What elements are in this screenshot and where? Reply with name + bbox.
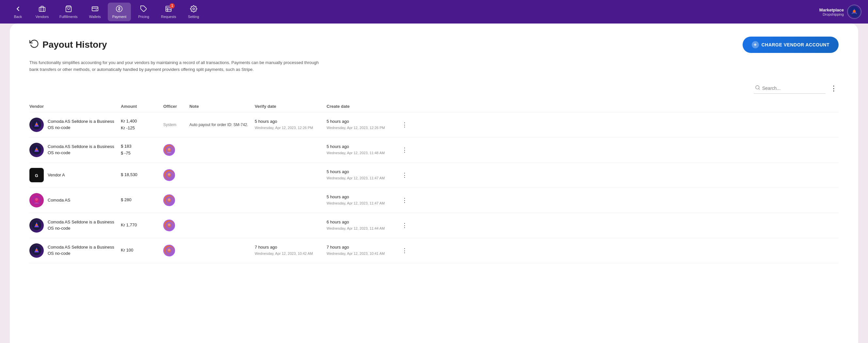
nav-label-requests: Requests <box>161 15 176 19</box>
verify-date: 7 hours ago Wednesday, Apr 12, 2023, 10:… <box>255 244 327 256</box>
svg-point-20 <box>168 148 170 151</box>
vendor-cell: G Vendor A <box>29 168 121 182</box>
amount-cell: $ 280 <box>121 197 163 204</box>
page-header: Payout History + CHARGE VENDOR ACCOUNT <box>29 37 839 53</box>
amount-cell: Kr 1,400 Kr -125 <box>121 118 163 132</box>
page-title-wrap: Payout History <box>29 39 107 51</box>
vendors-icon <box>38 5 46 13</box>
vendor-name: Comoda AS Selldone is a Business OS no-c… <box>48 119 121 130</box>
svg-point-30 <box>36 224 37 226</box>
svg-point-12 <box>853 10 856 12</box>
page-title: Payout History <box>42 39 107 50</box>
officer-cell <box>163 245 189 256</box>
nav-label-payment: Payment <box>112 15 126 19</box>
col-note: Note <box>189 104 255 109</box>
table-row: Comoda AS Selldone is a Business OS no-c… <box>29 137 839 163</box>
vendor-name: Comoda AS Selldone is a Business OS no-c… <box>48 219 121 231</box>
row-actions-menu[interactable]: ⋮ <box>398 222 411 229</box>
table-row: G Vendor A $ 18,530 5 hours ago Wednesda… <box>29 163 839 188</box>
nav-item-payment[interactable]: Payment <box>108 3 131 21</box>
charge-vendor-button[interactable]: + CHARGE VENDOR ACCOUNT <box>743 37 839 53</box>
create-date: 5 hours ago Wednesday, Apr 12, 2023, 11:… <box>327 168 398 181</box>
requests-icon: 1 <box>165 5 172 13</box>
amount-cell: Kr 1,770 <box>121 222 163 229</box>
officer-cell <box>163 144 189 156</box>
officer-avatar <box>163 220 175 231</box>
create-date: 7 hours ago Wednesday, Apr 12, 2023, 10:… <box>327 244 398 256</box>
vendor-name: Vendor A <box>48 172 65 178</box>
nav-label-setting: Setting <box>188 15 199 19</box>
col-actions <box>398 104 411 109</box>
svg-point-32 <box>168 223 170 226</box>
svg-point-28 <box>168 198 170 201</box>
row-actions-menu[interactable]: ⋮ <box>398 247 411 254</box>
nav-label-pricing: Pricing <box>138 15 149 19</box>
table-row: Comoda AS Selldone is a Business OS no-c… <box>29 113 839 137</box>
wallets-icon <box>91 5 99 13</box>
svg-point-34 <box>36 249 37 251</box>
vendor-name: Comoda AS <box>48 197 70 203</box>
nav-brand-subtitle: Dropshipping <box>819 12 844 16</box>
vendor-cell: Comoda AS Selldone is a Business OS no-c… <box>29 243 121 258</box>
row-actions-menu[interactable]: ⋮ <box>398 197 411 204</box>
nav-item-fulfillments[interactable]: Fulfillments <box>55 3 82 21</box>
table-row: Comoda AS $ 280 5 hours ago Wednesday, A… <box>29 188 839 213</box>
avatar[interactable] <box>847 5 862 19</box>
table: Vendor Amount Officer Note Verify date C… <box>29 101 839 263</box>
create-date: 5 hours ago Wednesday, Apr 12, 2023, 11:… <box>327 144 398 156</box>
nav-item-back[interactable]: Back <box>6 3 29 21</box>
amount-cell: $ 18,530 <box>121 172 163 178</box>
top-navigation: Back Vendors Fulfillments Wallets Paymen <box>0 0 868 24</box>
setting-icon <box>190 5 197 13</box>
officer-avatar <box>163 194 175 206</box>
nav-label-wallets: Wallets <box>89 15 101 19</box>
col-vendor: Vendor <box>29 104 121 109</box>
col-verify-date: Verify date <box>255 104 327 109</box>
svg-point-24 <box>168 173 170 176</box>
charge-btn-icon: + <box>752 41 759 48</box>
table-row: Comoda AS Selldone is a Business OS no-c… <box>29 238 839 263</box>
search-box <box>754 83 826 94</box>
search-icon <box>755 85 760 91</box>
vendor-cell: Comoda AS Selldone is a Business OS no-c… <box>29 218 121 232</box>
row-actions-menu[interactable]: ⋮ <box>398 146 411 154</box>
verify-date: 5 hours ago Wednesday, Apr 12, 2023, 12:… <box>255 118 327 131</box>
create-date: 5 hours ago Wednesday, Apr 12, 2023, 11:… <box>327 194 398 206</box>
vendor-cell: Comoda AS Selldone is a Business OS no-c… <box>29 118 121 132</box>
nav-item-vendors[interactable]: Vendors <box>31 3 54 21</box>
vendor-name: Comoda AS Selldone is a Business OS no-c… <box>48 244 121 256</box>
search-row: ⋮ <box>29 83 839 94</box>
svg-point-16 <box>36 123 37 125</box>
back-icon <box>14 5 22 13</box>
payout-history-icon <box>29 39 39 51</box>
requests-badge: 1 <box>169 3 175 8</box>
officer-avatar <box>163 169 175 181</box>
page-description: This functionality simplifies accounting… <box>29 59 323 73</box>
officer-cell <box>163 194 189 206</box>
col-amount: Amount <box>121 104 163 109</box>
nav-item-pricing[interactable]: Pricing <box>132 3 155 21</box>
row-actions-menu[interactable]: ⋮ <box>398 172 411 179</box>
svg-point-26 <box>35 198 38 200</box>
col-officer: Officer <box>163 104 189 109</box>
vendor-cell: Comoda AS Selldone is a Business OS no-c… <box>29 143 121 157</box>
nav-item-wallets[interactable]: Wallets <box>84 3 106 21</box>
more-options-icon[interactable]: ⋮ <box>829 83 839 94</box>
search-input[interactable] <box>762 86 821 91</box>
vendor-logo <box>29 193 44 208</box>
fulfillments-icon <box>65 5 72 13</box>
create-date: 6 hours ago Wednesday, Apr 12, 2023, 11:… <box>327 219 398 231</box>
svg-point-10 <box>193 8 195 10</box>
row-actions-menu[interactable]: ⋮ <box>398 121 411 128</box>
svg-point-13 <box>756 86 759 89</box>
vendor-name: Comoda AS Selldone is a Business OS no-c… <box>48 144 121 155</box>
vendor-logo <box>29 118 44 132</box>
svg-rect-0 <box>39 7 45 11</box>
nav-item-requests[interactable]: 1 Requests <box>156 3 181 21</box>
amount-cell: $ 183 $ -75 <box>121 143 163 157</box>
svg-point-18 <box>36 148 37 150</box>
nav-item-setting[interactable]: Setting <box>182 3 205 21</box>
officer-avatar <box>163 144 175 156</box>
system-badge: System <box>163 123 176 127</box>
nav-items: Back Vendors Fulfillments Wallets Paymen <box>6 3 819 21</box>
